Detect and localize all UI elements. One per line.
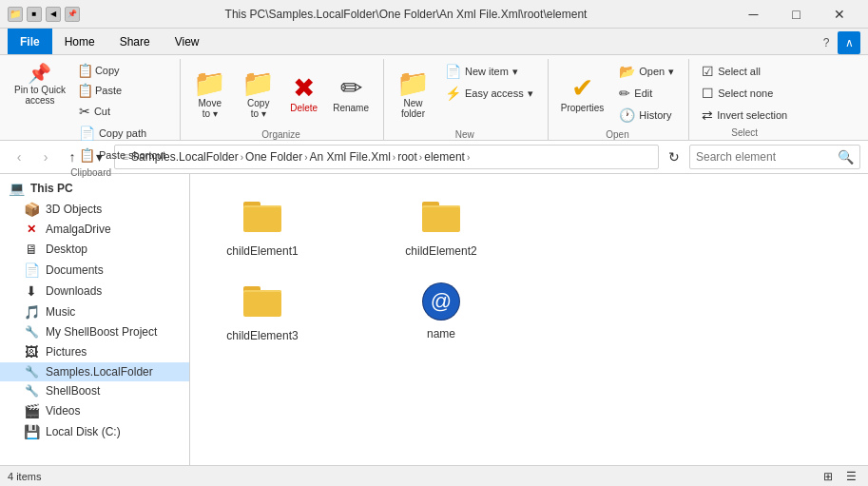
amalgadrive-icon: ✕	[23, 223, 40, 236]
file-item-child1[interactable]: childElement1	[205, 189, 319, 266]
app-icon: 📁	[8, 7, 23, 22]
sidebar-item-amalgadrive[interactable]: ✕ AmalgaDrive	[0, 220, 189, 239]
edit-icon: ✏	[619, 86, 630, 101]
pin-label: Pin to Quick access	[14, 85, 66, 106]
3d-objects-icon: 📦	[23, 202, 40, 217]
paste-button[interactable]: 📋 Paste	[72, 81, 172, 100]
minimize-button[interactable]: ─	[732, 0, 775, 29]
easy-access-button[interactable]: ⚡ Easy access ▾	[438, 83, 540, 104]
file-name-child2: childElement2	[405, 244, 476, 258]
file-item-name[interactable]: @ name	[384, 274, 498, 351]
select-none-button[interactable]: ☐ Select none	[695, 83, 794, 104]
select-col: ☑ Select all ☐ Select none ⇄ Invert sele…	[695, 61, 794, 126]
search-box[interactable]: 🔍	[689, 145, 860, 169]
pin-icon: 📌	[28, 64, 51, 83]
invert-selection-button[interactable]: ⇄ Invert selection	[695, 105, 794, 126]
folder-icon-child2	[422, 198, 460, 241]
new-folder-label: Newfolder	[401, 98, 425, 119]
tab-file[interactable]: File	[8, 29, 52, 54]
help-button[interactable]: ?	[815, 31, 838, 54]
search-input[interactable]	[696, 150, 838, 164]
breadcrumb-one-folder[interactable]: One Folder	[245, 150, 302, 164]
file-name-child1: childElement1	[226, 244, 298, 258]
sidebar-item-videos[interactable]: 🎬 Videos	[0, 400, 189, 421]
this-pc-icon: 💻	[8, 181, 25, 196]
delete-button[interactable]: ✖ Delete	[283, 61, 324, 127]
new-folder-button[interactable]: 📁 Newfolder	[390, 61, 436, 127]
copy-path-label: Copy path	[99, 127, 146, 139]
open-button[interactable]: 📂 Open ▾	[612, 61, 681, 82]
move-to-button[interactable]: 📁 Moveto ▾	[186, 61, 233, 127]
desktop-icon: 🖥	[23, 242, 40, 257]
paste-shortcut-icon: 📋	[79, 147, 95, 163]
select-none-icon: ☐	[702, 86, 714, 101]
rename-button[interactable]: ✏ Rename	[326, 61, 376, 127]
copy-to-button[interactable]: 📁 Copyto ▾	[235, 61, 281, 127]
paste-shortcut-button[interactable]: 📋 Paste shortcut	[72, 145, 172, 165]
pictures-icon: 🖼	[23, 344, 40, 360]
local-disk-label: Local Disk (C:)	[46, 425, 121, 438]
new-item-button[interactable]: 📄 New item ▾	[438, 61, 540, 82]
folder-icon-child1	[243, 198, 281, 241]
tab-home[interactable]: Home	[52, 29, 107, 54]
refresh-button[interactable]: ↻	[663, 146, 685, 168]
file-item-child2[interactable]: childElement2	[384, 189, 498, 266]
tab-share[interactable]: Share	[107, 29, 163, 54]
tab-view[interactable]: View	[163, 29, 212, 54]
file-item-child3[interactable]: childElement3	[205, 274, 319, 351]
large-icons-view-button[interactable]: ⊞	[819, 467, 838, 486]
history-icon: 🕐	[619, 107, 635, 123]
copy-path-button[interactable]: 📄 Copy path	[72, 123, 172, 144]
title-bar-icons: 📁 ■ ◀ 📌	[8, 7, 80, 22]
copy-label: Copy	[95, 65, 120, 76]
invert-selection-label: Invert selection	[717, 109, 787, 121]
open-icon: 📂	[619, 64, 635, 79]
copy-to-icon: 📁	[241, 70, 275, 97]
shellboost-project-label: My ShellBoost Project	[46, 325, 157, 339]
properties-button[interactable]: ✔ Properties	[554, 61, 611, 127]
sidebar-item-music[interactable]: 🎵 Music	[0, 301, 189, 322]
ribbon-group-open: ✔ Properties 📂 Open ▾ ✏ Edit 🕐 History	[550, 59, 690, 140]
documents-label: Documents	[46, 263, 104, 277]
cut-button[interactable]: ✂ Cut	[72, 101, 172, 122]
breadcrumb-root[interactable]: root	[397, 150, 417, 164]
sidebar-item-local-disk[interactable]: 💾 Local Disk (C:)	[0, 421, 189, 442]
quick-access-icon: ■	[27, 7, 42, 22]
sidebar-item-desktop[interactable]: 🖥 Desktop	[0, 239, 189, 260]
edit-button[interactable]: ✏ Edit	[612, 83, 681, 104]
sidebar-item-shellboost[interactable]: 🔧 ShellBoost	[0, 381, 189, 400]
sidebar: 💻 This PC 📦 3D Objects ✕ AmalgaDrive 🖥 D…	[0, 174, 190, 465]
sidebar-item-documents[interactable]: 📄 Documents	[0, 260, 189, 281]
history-button[interactable]: 🕐 History	[612, 105, 681, 126]
close-button[interactable]: ✕	[818, 0, 860, 29]
cut-label: Cut	[94, 106, 110, 117]
sidebar-item-samples-local[interactable]: 🔧 Samples.LocalFolder	[0, 362, 189, 381]
breadcrumb[interactable]: ≡ Samples.LocalFolder › One Folder › An …	[114, 145, 659, 169]
open-label: Open	[639, 66, 665, 77]
copy-button[interactable]: 📋 Copy	[72, 61, 172, 80]
file-content: childElement1 childElement2	[190, 174, 868, 465]
pin-to-quick-access-button[interactable]: 📌 Pin to Quick access	[10, 61, 70, 108]
sidebar-item-shellboost-project[interactable]: 🔧 My ShellBoost Project	[0, 322, 189, 341]
breadcrumb-xml[interactable]: An Xml File.Xml	[309, 150, 390, 164]
maximize-button[interactable]: □	[775, 0, 818, 29]
samples-label: Samples.LocalFolder	[46, 365, 153, 379]
search-icon: 🔍	[838, 149, 854, 165]
easy-access-label: Easy access	[465, 87, 524, 99]
sidebar-item-3d-objects[interactable]: 📦 3D Objects	[0, 199, 189, 220]
videos-icon: 🎬	[23, 403, 40, 418]
breadcrumb-element[interactable]: element	[424, 150, 465, 164]
collapse-ribbon-button[interactable]: ∧	[838, 31, 860, 54]
details-view-button[interactable]: ☰	[841, 467, 860, 486]
breadcrumb-sep4: ›	[419, 152, 422, 163]
clipboard-content: 📌 Pin to Quick access 📋 Copy 📋 Paste ✂ C…	[10, 59, 172, 165]
file-name-name: name	[427, 327, 455, 340]
sidebar-item-pictures[interactable]: 🖼 Pictures	[0, 341, 189, 362]
breadcrumb-sep2: ›	[304, 152, 307, 163]
copy-path-icon: 📄	[79, 126, 95, 141]
sidebar-item-downloads[interactable]: ⬇ Downloads	[0, 281, 189, 301]
select-all-button[interactable]: ☑ Select all	[695, 61, 794, 82]
easy-access-icon: ⚡	[445, 86, 461, 101]
paste-icon: 📋	[77, 84, 93, 97]
svg-rect-3	[243, 207, 281, 230]
